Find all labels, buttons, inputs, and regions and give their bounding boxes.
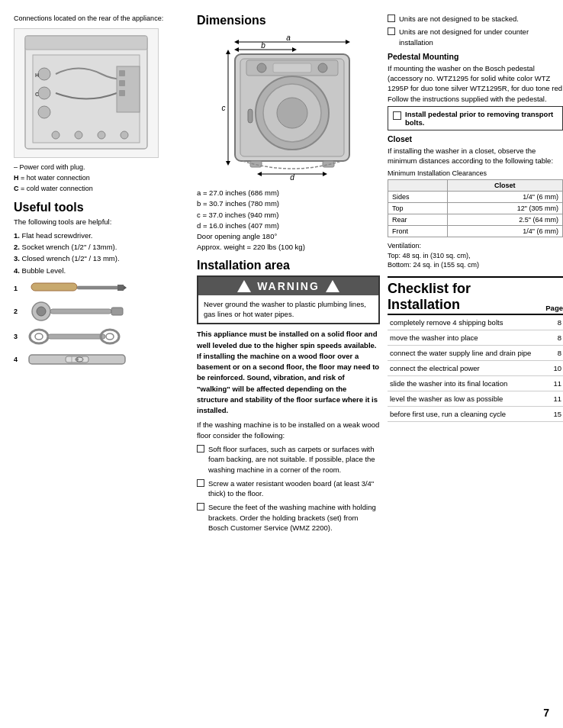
- svg-point-47: [277, 98, 307, 128]
- hot-water-legend: H = hot water connection: [14, 173, 189, 183]
- bullet-checkbox-2: [197, 479, 204, 487]
- svg-text:a: a: [286, 34, 291, 42]
- svg-rect-26: [48, 334, 105, 339]
- weight: Approx. weight = 220 lbs (100 kg): [197, 242, 380, 252]
- clearances-row-top: Top 12" (305 mm): [388, 203, 563, 214]
- checklist-task-1: completely remove 4 shipping bolts: [388, 315, 550, 330]
- tool-images: 1 2 3: [14, 280, 189, 369]
- useful-tools-title: Useful tools: [14, 201, 189, 214]
- svg-rect-48: [248, 109, 253, 123]
- checklist-page-6: 11: [550, 391, 563, 407]
- svg-point-13: [75, 131, 82, 139]
- tool-row-3: 3: [14, 326, 189, 347]
- dim-d: d = 16.0 inches (407 mm): [197, 221, 380, 230]
- checklist-page-label: Page: [545, 304, 563, 312]
- clearances-side-sides: Sides: [388, 192, 448, 203]
- svg-rect-9: [119, 90, 125, 96]
- dimensions-title: Dimensions: [197, 14, 380, 27]
- pedestal-mounting-title: Pedestal Mounting: [388, 52, 563, 61]
- clearances-row-rear: Rear 2.5" (64 mm): [388, 214, 563, 226]
- svg-point-24: [30, 330, 48, 343]
- tool-item-3: 3. Closed wrench (1/2" / 13 mm).: [14, 253, 189, 263]
- cold-water-legend: C = cold water connection: [14, 184, 189, 194]
- svg-rect-23: [111, 308, 123, 315]
- bullet-text-3: Secure the feet of the washing machine w…: [208, 502, 380, 533]
- svg-point-32: [76, 358, 79, 361]
- checklist-row-2: move the washer into place 8: [388, 330, 563, 346]
- stacking-checkbox-2: [388, 27, 395, 35]
- clearances-val-rear: 2.5" (64 mm): [447, 214, 562, 226]
- right-column: Units are not designed to be stacked. Un…: [388, 14, 563, 714]
- mid-column: Dimensions a b: [197, 14, 380, 714]
- bubble-level-icon: [27, 350, 127, 369]
- page: Connections located on the rear of the a…: [0, 0, 563, 728]
- warning-box: WARNING Never ground the washer to plast…: [197, 275, 380, 325]
- bold-paragraph: This appliance must be installed on a so…: [197, 329, 380, 416]
- svg-rect-17: [77, 286, 119, 289]
- stacking-text-2: Units are not designed for under counter…: [399, 27, 563, 47]
- tool-row-1: 1: [14, 280, 189, 297]
- checklist-task-6: level the washer as low as possible: [388, 391, 550, 407]
- svg-marker-37: [346, 40, 350, 44]
- clearances-table: Closet Sides 1/4" (6 mm) Top 12" (305 mm…: [388, 179, 563, 237]
- stacking-item-1: Units are not designed to be stacked.: [388, 14, 563, 24]
- bullet-3: Secure the feet of the washing machine w…: [197, 502, 380, 533]
- install-pedestal-checkbox: [393, 111, 401, 120]
- clearances-row-sides: Sides 1/4" (6 mm): [388, 192, 563, 203]
- bullet-checkbox-3: [197, 503, 204, 511]
- vent-text: Ventilation:Top: 48 sq. in (310 sq. cm),…: [388, 241, 563, 270]
- svg-rect-22: [50, 309, 111, 314]
- dim-a: a = 27.0 inches (686 mm): [197, 188, 380, 198]
- svg-point-4: [38, 87, 50, 99]
- install-pedestal-box: Install pedestal prior to removing trans…: [388, 106, 563, 130]
- svg-marker-56: [226, 50, 230, 54]
- door-opening: Door opening angle 180°: [197, 231, 380, 241]
- pedestal-text: If mounting the washer on the Bosch pede…: [388, 63, 563, 104]
- appliance-svg: H C: [18, 32, 155, 154]
- stacking-checkbox-1: [388, 14, 395, 22]
- svg-marker-60: [257, 172, 262, 176]
- warning-triangle-right: [326, 280, 339, 292]
- clearances-col-empty: [388, 180, 448, 192]
- bullet-1: Soft floor surfaces, such as carpets or …: [197, 444, 380, 475]
- svg-rect-52: [273, 63, 311, 72]
- dimensions-list: a = 27.0 inches (686 mm) b = 30.7 inches…: [197, 188, 380, 253]
- tools-list: 1. Flat head screwdriver. 2. Socket wren…: [14, 230, 189, 275]
- install-area-title: Installation area: [197, 259, 380, 272]
- warning-label: WARNING: [257, 280, 320, 292]
- clearances-col-header: Closet: [447, 180, 562, 192]
- warning-body: Never ground the washer to plastic plumb…: [198, 295, 378, 324]
- tool-item-4: 4. Bubble Level.: [14, 266, 189, 275]
- svg-point-14: [98, 131, 105, 139]
- checklist-row-1: completely remove 4 shipping bolts 8: [388, 315, 563, 330]
- checklist-task-5: slide the washer into its final location: [388, 376, 550, 391]
- svg-point-12: [52, 131, 60, 139]
- stacking-list: Units are not designed to be stacked. Un…: [388, 14, 563, 47]
- svg-marker-41: [292, 47, 297, 52]
- checklist-header: Checklist forInstallation Page: [388, 281, 563, 315]
- bullet-text-2: Screw a water resistant wooden board (at…: [208, 478, 380, 499]
- warning-triangle-left: [237, 280, 251, 292]
- washer-dimensions-svg: a b: [201, 33, 361, 182]
- clearances-side-rear: Rear: [388, 214, 448, 226]
- svg-text:C: C: [35, 92, 39, 97]
- appliance-diagram: H C: [14, 28, 159, 158]
- tool-num-3: 3: [14, 333, 23, 340]
- stacking-text-1: Units are not designed to be stacked.: [399, 14, 519, 24]
- svg-text:b: b: [261, 41, 265, 50]
- clearances-val-sides: 1/4" (6 mm): [447, 192, 562, 203]
- checklist-page-5: 11: [550, 376, 563, 391]
- tool-row-4: 4: [14, 350, 189, 369]
- closet-title: Closet: [388, 134, 563, 143]
- power-cord-note: – Power cord with plug.: [14, 163, 189, 172]
- bullet-text-1: Soft floor surfaces, such as carpets or …: [208, 444, 380, 475]
- dim-b: b = 30.7 inches (780 mm): [197, 198, 380, 208]
- checklist-task-3: connect the water supply line and drain …: [388, 346, 550, 361]
- svg-point-3: [38, 68, 50, 80]
- svg-point-21: [37, 307, 46, 316]
- clearances-val-top: 12" (305 mm): [447, 203, 562, 214]
- svg-rect-16: [31, 283, 77, 291]
- checklist-page-4: 10: [550, 361, 563, 376]
- floor-note: If the washing machine is to be installe…: [197, 420, 380, 440]
- warning-header: WARNING: [198, 277, 378, 295]
